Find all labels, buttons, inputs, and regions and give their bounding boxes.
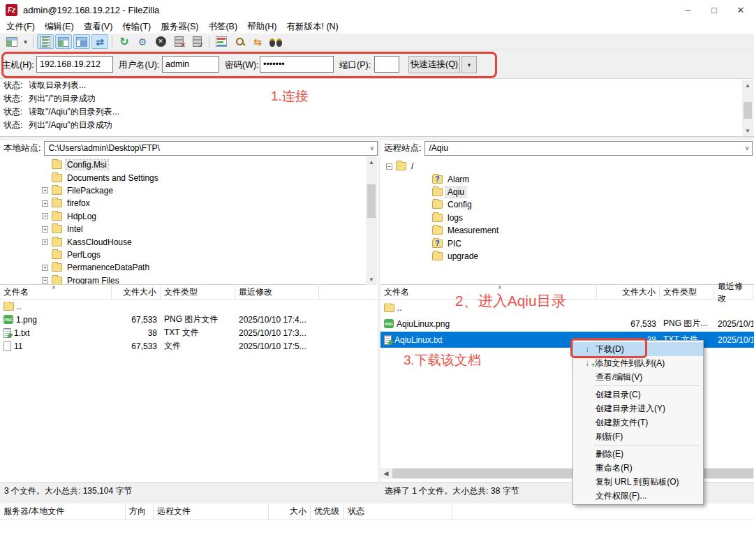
directory-compare-icon[interactable] bbox=[231, 34, 248, 49]
tree-item[interactable]: +FilePackage bbox=[0, 184, 366, 197]
file-row[interactable]: PNG1.png67,533PNG 图片文件2025/10/10 17:4... bbox=[0, 313, 378, 326]
queue-column-3[interactable]: 大小 bbox=[269, 503, 311, 520]
file-row[interactable]: 1167,533文件2025/10/10 17:5... bbox=[0, 339, 378, 353]
expand-plus-icon[interactable]: + bbox=[42, 200, 48, 207]
scroll-up-icon[interactable]: ▲ bbox=[366, 156, 377, 168]
local-site-combo[interactable]: C:\Users\admin\Desktop\FTP\ ∨ bbox=[44, 141, 378, 156]
disconnect-icon[interactable]: ✕ bbox=[170, 34, 187, 49]
username-input[interactable] bbox=[162, 56, 219, 73]
tree-item[interactable]: +HdpLog bbox=[0, 210, 366, 223]
tree-item[interactable]: +PermanenceDataPath bbox=[0, 261, 366, 274]
expand-plus-icon[interactable]: + bbox=[42, 277, 48, 283]
column-header-2[interactable]: 文件类型 bbox=[161, 286, 235, 299]
minimize-button[interactable]: – bbox=[674, 0, 701, 20]
synchronized-browsing-icon[interactable]: ⇆ bbox=[249, 34, 266, 49]
tree-item[interactable]: Measurement bbox=[380, 224, 754, 237]
host-input[interactable] bbox=[36, 56, 113, 73]
column-header-3[interactable]: 最近修改 bbox=[714, 286, 753, 299]
context-menu-item[interactable]: 刷新(F) bbox=[573, 429, 703, 443]
queue-column-0[interactable]: 服务器/本地文件 bbox=[0, 503, 126, 520]
menu-item-b[interactable]: 书签(B) bbox=[203, 20, 242, 34]
file-row[interactable]: 1.txt38TXT 文件2025/10/10 17:3... bbox=[0, 326, 378, 339]
collapse-minus-icon[interactable]: − bbox=[386, 163, 392, 170]
scroll-left-icon[interactable]: ◀ bbox=[380, 468, 392, 479]
filter-icon[interactable] bbox=[213, 34, 230, 49]
context-menu-item[interactable]: 文件权限(F)... bbox=[573, 489, 703, 503]
site-manager-caret[interactable]: ▾ bbox=[21, 34, 30, 49]
password-input[interactable] bbox=[260, 56, 334, 73]
close-button[interactable]: ✕ bbox=[727, 0, 754, 20]
menu-item-n[interactable]: 有新版本! (N) bbox=[281, 20, 343, 34]
reconnect-icon[interactable]: ✓ bbox=[188, 34, 205, 49]
menu-item-t[interactable]: 传输(T) bbox=[117, 20, 156, 34]
context-menu-item[interactable]: 创建目录(C) bbox=[573, 388, 703, 401]
site-manager-icon[interactable] bbox=[3, 34, 20, 49]
queue-column-4[interactable]: 优先级 bbox=[311, 503, 344, 520]
context-menu-item[interactable]: 复制 URL 到剪贴板(O) bbox=[573, 475, 703, 489]
toggle-message-log-icon[interactable] bbox=[37, 34, 54, 49]
column-header-3[interactable]: 最近修改 bbox=[235, 286, 319, 299]
tree-item[interactable]: +Program Files bbox=[0, 274, 366, 285]
queue-column-1[interactable]: 方向 bbox=[126, 503, 154, 520]
tree-item[interactable]: +Intel bbox=[0, 223, 366, 235]
tree-item[interactable]: logs bbox=[380, 212, 754, 224]
find-files-icon[interactable] bbox=[267, 34, 284, 49]
local-tree-scroll-thumb[interactable] bbox=[367, 184, 376, 218]
expand-plus-icon[interactable]: + bbox=[42, 226, 48, 233]
log-scrollbar[interactable]: ▲ ▼ bbox=[742, 80, 753, 136]
context-menu-item[interactable]: ↓下载(D) bbox=[573, 342, 703, 356]
menu-item-h[interactable]: 帮助(H) bbox=[242, 20, 281, 34]
tree-item[interactable]: +KassCloudHouse bbox=[0, 235, 366, 248]
tree-item[interactable]: PIC bbox=[380, 237, 754, 249]
remote-site-combo[interactable]: /Aqiu ∨ bbox=[424, 141, 753, 156]
scroll-up-icon[interactable]: ▲ bbox=[742, 80, 753, 91]
expand-plus-icon[interactable]: + bbox=[42, 213, 48, 219]
maximize-button[interactable]: □ bbox=[701, 0, 727, 20]
tree-item[interactable]: Alarm bbox=[380, 172, 754, 185]
tree-item[interactable]: upgrade bbox=[380, 250, 754, 263]
quickconnect-button[interactable]: 快速连接(Q) bbox=[408, 56, 460, 73]
queue-column-2[interactable]: 远程文件 bbox=[154, 503, 269, 520]
scroll-down-icon[interactable]: ▼ bbox=[366, 274, 377, 285]
file-row[interactable]: .. bbox=[380, 300, 754, 316]
scroll-down-icon[interactable]: ▼ bbox=[742, 125, 753, 136]
tree-item[interactable]: +firefox bbox=[0, 197, 366, 209]
expand-plus-icon[interactable]: + bbox=[42, 239, 48, 245]
toggle-remote-tree-icon[interactable] bbox=[73, 34, 90, 49]
queue-column-5[interactable]: 状态 bbox=[344, 503, 452, 520]
menu-item-s[interactable]: 服务器(S) bbox=[156, 20, 203, 34]
context-menu-item[interactable]: 查看/编辑(V) bbox=[573, 370, 703, 384]
expand-plus-icon[interactable]: + bbox=[42, 187, 48, 193]
context-menu-item[interactable]: 创建目录并进入(Y) bbox=[573, 401, 703, 415]
column-header-0[interactable]: 文件名 bbox=[0, 286, 112, 299]
column-header-1[interactable]: 文件大小 bbox=[112, 286, 161, 299]
menu-item-e[interactable]: 编辑(E) bbox=[40, 20, 79, 34]
context-menu-item[interactable]: 删除(E) bbox=[573, 447, 703, 461]
column-header-1[interactable]: 文件大小 bbox=[597, 286, 660, 299]
context-menu-item[interactable]: 重命名(R) bbox=[573, 461, 703, 475]
toggle-transfer-queue-icon[interactable]: ⇄ bbox=[91, 34, 108, 49]
context-menu-item[interactable]: ↓+添加文件到队列(A) bbox=[573, 356, 703, 370]
context-menu-item[interactable]: 创建新文件(T) bbox=[573, 415, 703, 429]
menu-item-f[interactable]: 文件(F) bbox=[1, 20, 40, 34]
expand-plus-icon[interactable]: + bbox=[42, 265, 48, 271]
refresh-icon[interactable]: ↻ bbox=[116, 34, 133, 49]
chevron-down-icon[interactable]: ∨ bbox=[369, 145, 374, 152]
process-queue-icon[interactable]: ⚙ bbox=[134, 34, 151, 49]
file-row[interactable]: PNGAqiuLinux.png67,533PNG 图片...2025/10/1… bbox=[380, 316, 754, 332]
cancel-operation-icon[interactable]: ✕ bbox=[152, 34, 169, 49]
tree-item[interactable]: Documents and Settings bbox=[0, 171, 366, 184]
port-input[interactable] bbox=[374, 56, 399, 73]
tree-item[interactable]: Config bbox=[380, 198, 754, 211]
menu-item-v[interactable]: 查看(V) bbox=[79, 20, 118, 34]
tree-item[interactable]: Aqiu bbox=[380, 186, 754, 198]
tree-item[interactable]: PerfLogs bbox=[0, 249, 366, 261]
local-tree-scrollbar[interactable]: ▲ ▼ bbox=[366, 156, 377, 285]
column-header-2[interactable]: 文件类型 bbox=[660, 286, 714, 299]
toggle-local-tree-icon[interactable] bbox=[55, 34, 72, 49]
log-scroll-thumb[interactable] bbox=[744, 102, 752, 119]
quickconnect-dropdown-icon[interactable]: ▾ bbox=[461, 56, 477, 73]
chevron-down-icon[interactable]: ∨ bbox=[745, 145, 750, 152]
tree-item[interactable]: Config.Msi bbox=[0, 159, 366, 171]
queue-list[interactable] bbox=[0, 520, 754, 559]
